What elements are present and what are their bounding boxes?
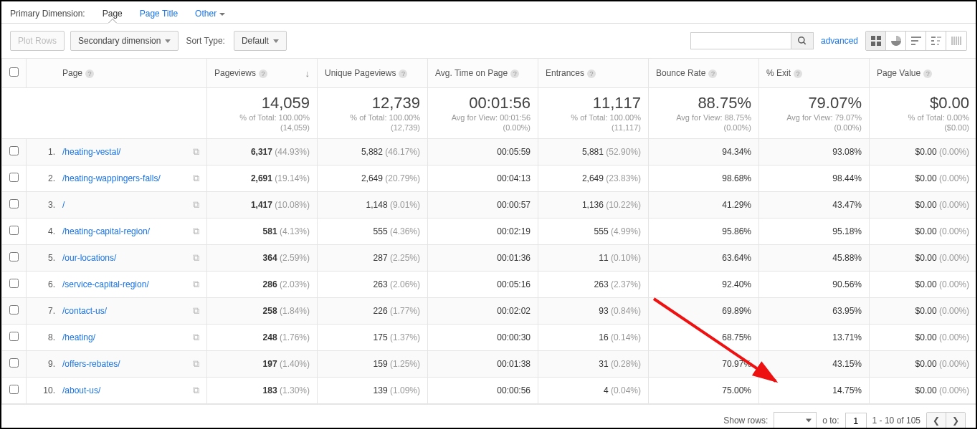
pie-icon [890, 35, 902, 47]
exit-value: 63.95% [832, 306, 862, 316]
col-entrances[interactable]: Entrances? [538, 59, 649, 88]
external-link-icon[interactable]: ⧉ [193, 226, 199, 237]
primary-dimension-label: Primary Dimension: [10, 9, 85, 19]
search-icon [797, 36, 807, 46]
help-icon[interactable]: ? [587, 69, 596, 78]
external-link-icon[interactable]: ⧉ [193, 305, 199, 317]
advanced-link[interactable]: advanced [821, 36, 858, 46]
row-checkbox[interactable] [9, 173, 19, 182]
help-icon[interactable]: ? [399, 69, 407, 78]
page-link[interactable]: /service-capital-region/ [62, 279, 149, 289]
external-link-icon[interactable]: ⧉ [193, 358, 199, 370]
view-pie-button[interactable] [886, 32, 906, 50]
avg-time-value: 00:02:19 [497, 226, 531, 236]
col-page-value[interactable]: Page Value? [870, 59, 977, 88]
col-page[interactable]: Page? [27, 59, 207, 88]
external-link-icon[interactable]: ⧉ [193, 173, 199, 184]
view-bar-button[interactable] [906, 32, 926, 50]
show-rows-dropdown[interactable]: 10 ✓10 25 50 [774, 412, 817, 429]
bounce-rate-value: 98.68% [722, 173, 751, 183]
pager-bar: Show rows: 10 ✓10 25 50 o to: 1 - 10 of … [1, 404, 976, 429]
col-avg-time[interactable]: Avg. Time on Page? [428, 59, 538, 88]
help-icon[interactable]: ? [85, 69, 94, 78]
bounce-rate-value: 95.86% [722, 226, 751, 236]
row-checkbox[interactable] [9, 385, 19, 394]
exit-value: 45.88% [832, 253, 862, 263]
data-table: Page? Pageviews? Unique Pageviews? Avg. … [1, 58, 977, 404]
external-link-icon[interactable]: ⧉ [193, 146, 199, 158]
page-link[interactable]: /our-locations/ [62, 253, 116, 263]
external-link-icon[interactable]: ⧉ [193, 199, 199, 211]
select-all-checkbox[interactable] [9, 67, 19, 77]
row-index: 4. [34, 226, 55, 236]
avg-time-value: 00:01:36 [497, 253, 531, 263]
external-link-icon[interactable]: ⧉ [193, 332, 199, 343]
exit-value: 43.47% [832, 200, 862, 210]
row-checkbox[interactable] [9, 358, 19, 368]
pageviews-value: 364 [263, 253, 277, 263]
next-page-button[interactable]: ❯ [946, 413, 965, 428]
view-table-button[interactable] [866, 32, 886, 50]
svg-rect-14 [937, 44, 939, 45]
entrances-value: 4 [604, 385, 609, 395]
page-link[interactable]: /heating-wappingers-falls/ [62, 173, 161, 183]
plot-rows-button[interactable]: Plot Rows [10, 31, 65, 51]
row-checkbox[interactable] [9, 332, 19, 341]
col-pageviews[interactable]: Pageviews? [207, 59, 318, 88]
row-checkbox[interactable] [9, 252, 19, 261]
page-link[interactable]: /heating/ [62, 332, 95, 342]
header-row: Page? Pageviews? Unique Pageviews? Avg. … [2, 59, 977, 88]
comparison-icon [931, 35, 942, 47]
help-icon[interactable]: ? [510, 69, 519, 78]
goto-input[interactable] [845, 413, 867, 429]
prev-page-button[interactable]: ❮ [927, 413, 946, 428]
row-index: 9. [34, 359, 55, 369]
page-link[interactable]: /about-us/ [62, 385, 100, 395]
external-link-icon[interactable]: ⧉ [193, 385, 199, 396]
pageviews-value: 581 [263, 226, 277, 236]
help-icon[interactable]: ? [794, 69, 802, 78]
row-checkbox[interactable] [9, 279, 19, 288]
unique-pageviews-value: 2,649 [361, 173, 383, 183]
col-bounce-rate[interactable]: Bounce Rate? [649, 59, 759, 88]
help-icon[interactable]: ? [259, 69, 267, 78]
col-unique-pageviews[interactable]: Unique Pageviews? [318, 59, 428, 88]
page-value-value: $0.00 [915, 253, 937, 263]
view-pivot-button[interactable] [946, 32, 966, 50]
avg-time-value: 00:00:56 [497, 385, 531, 395]
help-icon[interactable]: ? [708, 69, 717, 78]
page-link[interactable]: /heating-vestal/ [62, 147, 120, 157]
page-link[interactable]: / [62, 200, 65, 210]
search-input[interactable] [690, 32, 791, 49]
help-icon[interactable]: ? [923, 69, 932, 78]
row-checkbox[interactable] [9, 146, 19, 155]
search-button[interactable] [791, 32, 814, 49]
page-link[interactable]: /heating-capital-region/ [62, 226, 150, 236]
view-comparison-button[interactable] [926, 32, 946, 50]
page-link[interactable]: /contact-us/ [62, 306, 107, 316]
unique-pageviews-value: 1,148 [366, 200, 388, 210]
svg-rect-8 [911, 44, 915, 45]
select-all-header [2, 59, 27, 88]
dimension-tab-other[interactable]: Other [186, 4, 234, 23]
row-checkbox[interactable] [9, 305, 19, 315]
external-link-icon[interactable]: ⧉ [193, 252, 199, 264]
dimension-tab-page-title[interactable]: Page Title [131, 4, 186, 23]
external-link-icon[interactable]: ⧉ [193, 279, 199, 290]
page-value-value: $0.00 [915, 385, 937, 395]
sort-type-dropdown[interactable]: Default [234, 31, 287, 51]
page-link[interactable]: /offers-rebates/ [62, 359, 120, 369]
entrances-value: 263 [594, 279, 609, 289]
svg-rect-4 [871, 42, 875, 46]
col-pct-exit[interactable]: % Exit? [759, 59, 870, 88]
page-value-value: $0.00 [915, 147, 937, 157]
svg-rect-10 [937, 37, 941, 38]
secondary-dimension-dropdown[interactable]: Secondary dimension [70, 31, 179, 51]
bounce-rate-value: 69.89% [722, 306, 751, 316]
avg-time-value: 00:05:16 [497, 279, 531, 289]
dimension-tab-page[interactable]: Page [94, 4, 131, 23]
avg-time-value: 00:00:30 [497, 332, 531, 342]
row-checkbox[interactable] [9, 226, 19, 235]
unique-pageviews-value: 263 [374, 279, 388, 289]
row-checkbox[interactable] [9, 199, 19, 208]
